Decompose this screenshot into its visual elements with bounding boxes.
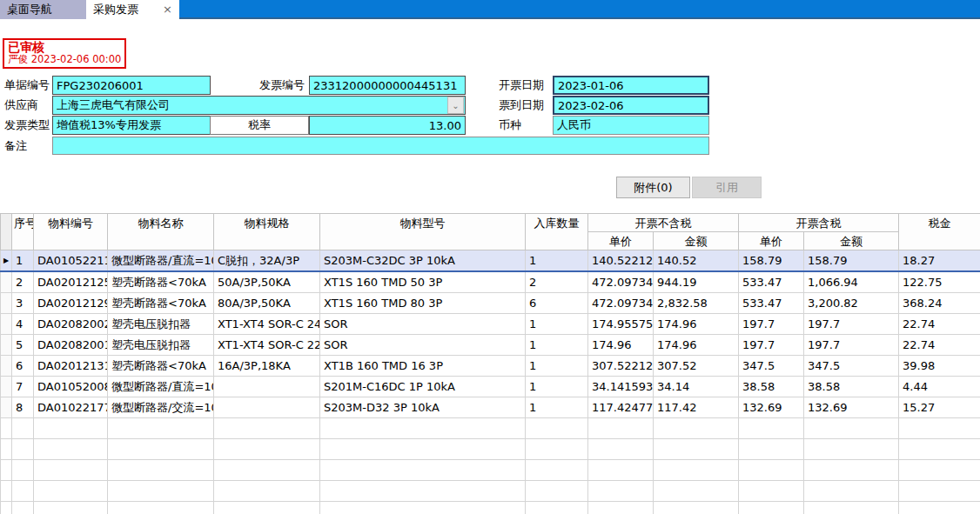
grid-cell[interactable]: XT1B 160 TMD 16 3P bbox=[320, 356, 526, 377]
grid-cell[interactable]: 6 bbox=[526, 293, 588, 314]
grid-cell[interactable]: 472.097345 bbox=[588, 271, 654, 293]
grid-cell[interactable]: 3,200.82 bbox=[804, 293, 899, 314]
doc-no-field[interactable] bbox=[52, 76, 211, 95]
grid-cell[interactable]: 34.14 bbox=[654, 377, 739, 397]
grid-cell[interactable]: 158.79 bbox=[739, 250, 804, 272]
grid-cell[interactable]: 22.74 bbox=[899, 314, 980, 335]
supplier-dropdown[interactable]: 上海三虎电气有限公司 ⌄ bbox=[52, 96, 466, 115]
grid-cell[interactable]: 7 bbox=[12, 377, 34, 397]
grid-cell[interactable]: 140.522124 bbox=[588, 250, 654, 272]
grid-cell[interactable]: 39.98 bbox=[899, 356, 980, 377]
col-group-incl-tax[interactable]: 开票含税 bbox=[739, 214, 899, 232]
row-selector[interactable] bbox=[1, 397, 12, 418]
tab-purchase-invoice[interactable]: 采购发票 × bbox=[86, 0, 179, 19]
col-header-unit-price-incl[interactable]: 单价 bbox=[739, 232, 804, 250]
grid-cell[interactable]: XT1S 160 TMD 50 3P bbox=[320, 271, 526, 293]
grid-cell[interactable]: XT1-XT4 SOR-C 24~30 bbox=[214, 314, 320, 335]
grid-cell[interactable]: 472.097345 bbox=[588, 293, 654, 314]
grid-cell[interactable]: 944.19 bbox=[654, 271, 739, 293]
remark-field[interactable] bbox=[52, 137, 709, 155]
grid-cell[interactable]: 3 bbox=[12, 293, 34, 314]
row-selector[interactable] bbox=[1, 293, 12, 314]
grid-cell[interactable]: XT1-XT4 SOR-C 220~2 bbox=[214, 335, 320, 356]
grid-cell[interactable]: 347.5 bbox=[804, 356, 899, 377]
grid-cell[interactable]: 1 bbox=[526, 314, 588, 335]
grid-cell[interactable]: 158.79 bbox=[804, 250, 899, 272]
grid-cell[interactable]: 132.69 bbox=[739, 397, 804, 418]
invoice-no-field[interactable] bbox=[309, 76, 466, 95]
grid-cell[interactable]: 80A/3P,50KA bbox=[214, 293, 320, 314]
grid-cell[interactable]: 微型断路器/直流=10kA bbox=[108, 377, 214, 397]
grid-cell[interactable]: 1 bbox=[526, 335, 588, 356]
current-row-arrow-icon[interactable]: ▶ bbox=[1, 250, 12, 272]
col-group-excl-tax[interactable]: 开票不含税 bbox=[588, 214, 739, 232]
grid-cell[interactable]: 117.42 bbox=[654, 397, 739, 418]
invoice-date-field[interactable] bbox=[553, 76, 709, 95]
grid-cell[interactable]: 197.7 bbox=[804, 314, 899, 335]
grid-cell[interactable]: 1,066.94 bbox=[804, 271, 899, 293]
grid-cell[interactable]: 2,832.58 bbox=[654, 293, 739, 314]
grid-cell[interactable]: 2 bbox=[526, 271, 588, 293]
row-selector[interactable] bbox=[1, 377, 12, 397]
grid-cell[interactable]: DA01022177 bbox=[34, 397, 108, 418]
grid-cell[interactable]: 微型断路器/直流=10kA bbox=[108, 250, 214, 272]
row-selector[interactable] bbox=[1, 314, 12, 335]
grid-cell[interactable]: 1 bbox=[12, 250, 34, 272]
grid-cell[interactable]: S203M-D32 3P 10kA bbox=[320, 397, 526, 418]
grid-cell[interactable]: 15.27 bbox=[899, 397, 980, 418]
chevron-down-icon[interactable]: ⌄ bbox=[447, 97, 464, 114]
col-header-seq[interactable]: 序号 bbox=[12, 214, 34, 250]
grid-cell[interactable]: DA02082002 bbox=[34, 314, 108, 335]
grid-cell[interactable]: 1 bbox=[526, 377, 588, 397]
tab-desktop-navigation[interactable]: 桌面导航 bbox=[0, 0, 86, 19]
grid-cell[interactable]: 6 bbox=[12, 356, 34, 377]
grid-cell[interactable]: 塑壳断路器<70kA bbox=[108, 356, 214, 377]
grid-cell[interactable]: 4.44 bbox=[899, 377, 980, 397]
grid-cell[interactable] bbox=[214, 377, 320, 397]
row-selector[interactable] bbox=[1, 356, 12, 377]
grid-cell[interactable]: 174.96 bbox=[654, 335, 739, 356]
grid-cell[interactable]: 塑壳电压脱扣器 bbox=[108, 314, 214, 335]
grid-cell[interactable]: 307.522124 bbox=[588, 356, 654, 377]
grid-cell[interactable]: 2 bbox=[12, 271, 34, 293]
grid-cell[interactable]: 塑壳电压脱扣器 bbox=[108, 335, 214, 356]
col-header-name[interactable]: 物料名称 bbox=[108, 214, 214, 250]
col-header-unit-price-excl[interactable]: 单价 bbox=[588, 232, 654, 250]
col-header-code[interactable]: 物料编号 bbox=[34, 214, 108, 250]
grid-cell[interactable]: 132.69 bbox=[804, 397, 899, 418]
grid-cell[interactable]: 38.58 bbox=[804, 377, 899, 397]
grid-cell[interactable]: 533.47 bbox=[739, 271, 804, 293]
grid-cell[interactable]: DA02082001 bbox=[34, 335, 108, 356]
currency-field[interactable] bbox=[553, 116, 709, 135]
grid-cell[interactable]: 1 bbox=[526, 356, 588, 377]
grid-cell[interactable]: 117.424779 bbox=[588, 397, 654, 418]
col-header-model[interactable]: 物料型号 bbox=[320, 214, 526, 250]
grid-cell[interactable]: DA01052008 bbox=[34, 377, 108, 397]
grid-cell[interactable]: 368.24 bbox=[899, 293, 980, 314]
grid-cell[interactable]: 1 bbox=[526, 250, 588, 272]
grid-cell[interactable]: 197.7 bbox=[804, 335, 899, 356]
grid-cell[interactable]: 微型断路器/交流=10kA bbox=[108, 397, 214, 418]
attachment-button[interactable]: 附件(0) bbox=[616, 177, 690, 198]
grid-cell[interactable]: 4 bbox=[12, 314, 34, 335]
arrive-date-field[interactable] bbox=[553, 96, 709, 115]
grid-cell[interactable]: 174.96 bbox=[588, 335, 654, 356]
grid-cell[interactable]: 140.52 bbox=[654, 250, 739, 272]
grid-cell[interactable]: S203M-C32DC 3P 10kA bbox=[320, 250, 526, 272]
grid-cell[interactable]: SOR bbox=[320, 314, 526, 335]
grid-cell[interactable]: 塑壳断路器<70kA bbox=[108, 271, 214, 293]
col-header-amount-excl[interactable]: 金额 bbox=[654, 232, 739, 250]
grid-cell[interactable]: 174.955752 bbox=[588, 314, 654, 335]
grid-cell[interactable]: 34.141593 bbox=[588, 377, 654, 397]
grid-cell[interactable]: 197.7 bbox=[739, 314, 804, 335]
grid-cell[interactable]: 8 bbox=[12, 397, 34, 418]
grid-cell[interactable] bbox=[214, 397, 320, 418]
grid-cell[interactable]: 22.74 bbox=[899, 335, 980, 356]
col-header-amount-incl[interactable]: 金额 bbox=[804, 232, 899, 250]
grid-cell[interactable]: 307.52 bbox=[654, 356, 739, 377]
grid-cell[interactable]: 塑壳断路器<70kA bbox=[108, 293, 214, 314]
row-selector[interactable] bbox=[1, 335, 12, 356]
grid-cell[interactable]: 197.7 bbox=[739, 335, 804, 356]
grid-cell[interactable]: 16A/3P,18KA bbox=[214, 356, 320, 377]
grid-cell[interactable]: DA02012131 bbox=[34, 356, 108, 377]
